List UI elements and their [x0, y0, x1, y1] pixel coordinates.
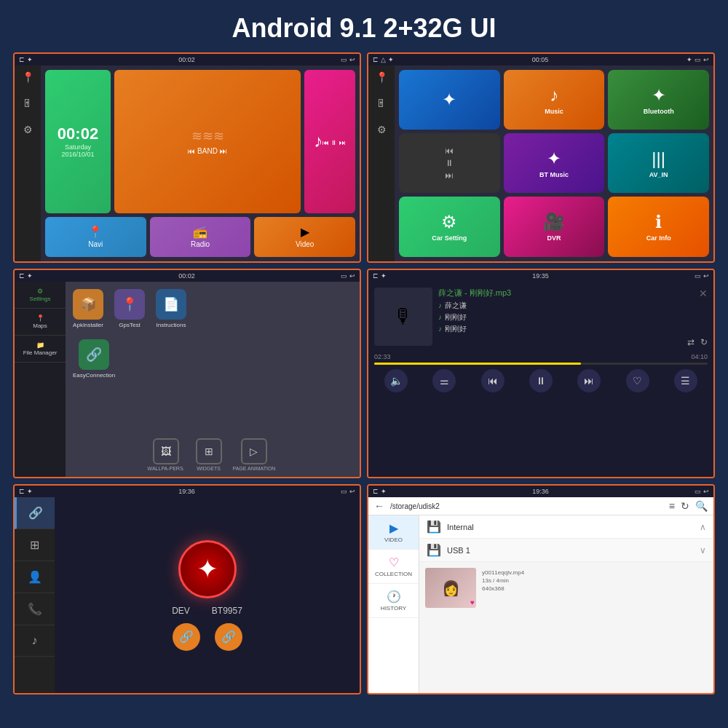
- apkinstaller-item[interactable]: 📦 ApkInstaller: [73, 289, 103, 328]
- bt-sidebar-grid[interactable]: ⊞: [15, 529, 55, 561]
- internal-chevron: ∧: [700, 522, 706, 532]
- bluetooth-tile[interactable]: ✦: [399, 70, 500, 130]
- radio-bottom-tile[interactable]: 📻 Radio: [150, 217, 251, 257]
- clock-time: 00:02: [58, 124, 98, 143]
- shuffle-icon[interactable]: ⇄: [687, 337, 695, 347]
- bt-sidebar-music[interactable]: ♪: [15, 625, 55, 657]
- status-bar-4: ⊏ ✦ 19:35 ▭ ↩: [368, 270, 713, 282]
- repeat-icon[interactable]: ↻: [700, 337, 708, 347]
- bt-connect-btn[interactable]: 🔗: [215, 623, 242, 651]
- screen-home: ⊏ ✦ 00:02 ▭ ↩ 📍 🎚 ⚙ 00:02 Saturday 2: [13, 52, 361, 263]
- wallpapers-item[interactable]: 🖼 WALLPA-PERS.: [148, 438, 185, 471]
- location-icon-s1[interactable]: 📍: [22, 71, 34, 83]
- screen-bluetooth: ⊏ ✦ 19:36 ▭ ↩ 🔗 ⊞ 👤 📞 ♪ ✦ DEV BT9957: [13, 484, 361, 695]
- thumb-inner: 👩: [425, 568, 476, 608]
- eq-btn[interactable]: ⚌: [432, 369, 456, 392]
- menu-icon-3: ⊏: [19, 272, 25, 280]
- close-icon[interactable]: ✕: [699, 288, 708, 299]
- gpstest-item[interactable]: 📍 GpsTest: [114, 289, 145, 328]
- usb1-label: USB 1: [447, 546, 700, 555]
- media-controls-tile[interactable]: ⏮ ⏸ ⏭: [399, 133, 500, 193]
- music-tile[interactable]: ♪ ⏮ ⏸ ⏭: [304, 70, 355, 213]
- bt-sidebar-user[interactable]: 👤: [15, 561, 55, 593]
- btmusic-tile[interactable]: ✦ BT Music: [504, 133, 605, 193]
- status-bar-1: ⊏ ✦ 00:02 ▭ ↩: [15, 54, 360, 66]
- heart-icon: ♥: [470, 598, 475, 606]
- btmusic-icon: ✦: [547, 149, 561, 169]
- prev-btn[interactable]: ⏮: [481, 369, 505, 392]
- sidebar-settings[interactable]: ⚙Settings: [15, 282, 66, 309]
- video-tile[interactable]: ▶ Video: [254, 217, 355, 257]
- album-icon: ♪: [438, 313, 442, 321]
- artist-icon: ♪: [438, 301, 442, 309]
- widgets-item[interactable]: ⊞ WIDGETS: [196, 438, 222, 471]
- instructions-icon: 📄: [156, 289, 186, 320]
- internal-storage-item[interactable]: 💾 Internal ∧: [419, 515, 713, 539]
- gear-icon-s1[interactable]: ⚙: [23, 124, 33, 135]
- file-resolution: 640x368: [482, 585, 524, 592]
- dvr-tile[interactable]: 🎥 DVR: [504, 197, 605, 256]
- like-btn[interactable]: ♡: [626, 369, 649, 392]
- location-icon-s2[interactable]: 📍: [376, 71, 388, 83]
- top-row: 00:02 Saturday 2016/10/01 ≋≋≋ ⏮ BAND ⏭ ♪…: [45, 70, 355, 213]
- easyconnection-item[interactable]: 🔗 EasyConnection: [73, 339, 115, 379]
- search-icon[interactable]: 🔍: [695, 500, 708, 512]
- clock-tile[interactable]: 00:02 Saturday 2016/10/01: [45, 70, 111, 213]
- prev-icon: ⏮: [445, 146, 454, 156]
- music-tile-2[interactable]: ♪ Music: [504, 70, 605, 130]
- bluetooth-circle[interactable]: ✦: [178, 540, 237, 598]
- page-title: Android 9.1 2+32G UI: [0, 0, 728, 52]
- avin-tile[interactable]: ||| AV_IN: [608, 133, 709, 193]
- sort-icon[interactable]: ≡: [669, 500, 675, 512]
- bt-pair-btn[interactable]: 🔗: [173, 623, 200, 651]
- collection-sidebar-item[interactable]: ♡ COLLECTION: [368, 550, 419, 584]
- history-sidebar-item[interactable]: 🕐 HISTORY: [368, 584, 419, 618]
- status-bar-3: ⊏ ✦ 00:02 ▭ ↩: [15, 270, 360, 282]
- pageanimation-item[interactable]: ▷ PAGE ANIMATION: [233, 438, 276, 471]
- toolbar-back-icon[interactable]: ←: [374, 500, 384, 512]
- progress-bar[interactable]: [374, 363, 708, 365]
- gear-icon-s2[interactable]: ⚙: [377, 124, 387, 135]
- sidebar-maps[interactable]: 📍Maps: [15, 309, 66, 336]
- radio-label: Radio: [191, 240, 210, 248]
- instructions-item[interactable]: 📄 Instructions: [156, 289, 186, 328]
- gpstest-label: GpsTest: [119, 322, 140, 328]
- battery-icon-6: ▭: [695, 488, 701, 495]
- screen5-body: 🔗 ⊞ 👤 📞 ♪ ✦ DEV BT9957 🔗 🔗: [15, 497, 360, 693]
- sidebar-filemanager[interactable]: 📁File Manager: [15, 336, 66, 363]
- playpause-btn[interactable]: ⏸: [529, 369, 553, 392]
- wave-icon: ≋≋≋: [191, 128, 224, 144]
- bt-sidebar-phone[interactable]: 📞: [15, 593, 55, 625]
- triangle-icon-2: △: [381, 56, 386, 63]
- screen-musicplayer: ⊏ ✦ 19:35 ▭ ↩ 🎙 薛之谦 - 刚刚好.mp3 ♪ 薛之谦: [367, 269, 715, 479]
- bluetooth2-tile[interactable]: ✦ Bluetooth: [608, 70, 709, 130]
- file-item[interactable]: 👩 ♥ y0011eqqlv.mp4 13s / 4min 640x368: [425, 568, 708, 608]
- bt-sidebar-link[interactable]: 🔗: [15, 497, 55, 529]
- battery-icon-3: ▭: [341, 272, 347, 280]
- dvr-label: DVR: [547, 234, 561, 242]
- screen5-sidebar: 🔗 ⊞ 👤 📞 ♪: [15, 497, 55, 693]
- collection-sidebar-label: COLLECTION: [375, 571, 412, 577]
- sliders-icon-s1[interactable]: 🎚: [23, 98, 33, 109]
- playlist-btn[interactable]: ☰: [674, 369, 697, 392]
- navi-tile[interactable]: 📍 Navi: [45, 217, 146, 257]
- sliders-icon-s2[interactable]: 🎚: [376, 98, 387, 109]
- screen6-main: 💾 Internal ∧ 💾 USB 1 ∨ 👩 ♥: [419, 515, 713, 693]
- app-icons-row2: 🔗 EasyConnection: [73, 339, 352, 379]
- refresh-icon[interactable]: ↻: [681, 500, 689, 512]
- navi-icon: 📍: [88, 225, 103, 239]
- toolbar-action-icons: ≡ ↻ 🔍: [669, 500, 708, 512]
- video-sidebar-item[interactable]: ▶ VIDEO: [368, 515, 419, 550]
- volume-btn[interactable]: 🔈: [384, 369, 408, 392]
- artist-row: ♪ 薛之谦: [438, 301, 708, 311]
- album-row: ♪ 刚刚好: [438, 312, 708, 323]
- radio-tile[interactable]: ≋≋≋ ⏮ BAND ⏭: [114, 70, 301, 213]
- carinfo-tile[interactable]: ℹ Car Info: [608, 197, 709, 256]
- video-sidebar-label: VIDEO: [384, 537, 403, 543]
- apkinstaller-label: ApkInstaller: [73, 322, 103, 328]
- carsetting-tile[interactable]: ⚙ Car Setting: [399, 197, 500, 256]
- next-btn[interactable]: ⏭: [577, 369, 601, 392]
- usb1-storage-item[interactable]: 💾 USB 1 ∨: [419, 539, 713, 562]
- pageanimation-label: PAGE ANIMATION: [233, 466, 276, 471]
- time-4: 19:35: [532, 272, 549, 280]
